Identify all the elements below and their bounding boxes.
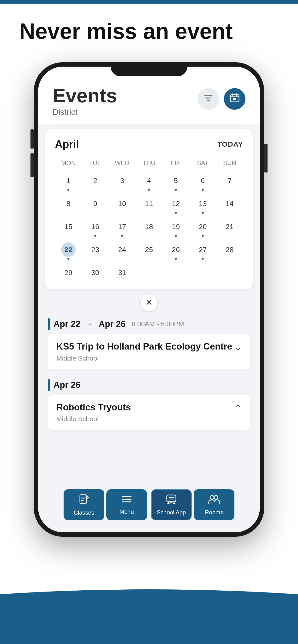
schoolapp-icon	[166, 494, 177, 507]
screen-content: Events District	[38, 66, 260, 532]
calendar-day-16[interactable]: 16	[82, 217, 109, 239]
svg-rect-7	[233, 98, 236, 100]
event-school-2: Middle School	[56, 415, 131, 423]
nav-group-right: School App Rooms	[151, 489, 234, 520]
calendar-day-1[interactable]: 1	[55, 171, 82, 193]
calendar-week-5: 29 30 31	[55, 263, 243, 282]
day-header-tue: TUE	[82, 158, 109, 169]
nav-schoolapp-button[interactable]: School App	[151, 489, 192, 520]
calendar-day-12[interactable]: 12	[163, 194, 189, 216]
event-date-row-2: Apr 26	[48, 379, 250, 391]
event-date-row-1: Apr 22 → Apr 26 8:00AM - 5:00PM	[48, 318, 250, 330]
event-card-content-2: Robotics Tryouts Middle School	[56, 402, 131, 423]
calendar-week-3: 15 16 17 18 19 20 21	[55, 217, 243, 239]
calendar-day-13[interactable]: 13	[189, 194, 216, 216]
calendar-day-2[interactable]: 2	[82, 171, 109, 193]
event-date-arrow-1: →	[86, 320, 93, 328]
calendar-today-button[interactable]: TODAY	[217, 140, 243, 148]
day-header-fri: FRI	[163, 158, 189, 169]
header-buttons	[198, 88, 245, 110]
calendar-day-21[interactable]: 21	[216, 217, 243, 239]
calendar-day-empty-1	[135, 263, 163, 282]
bottom-navigation: Classes Menu	[38, 489, 260, 532]
calendar-day-23[interactable]: 23	[82, 240, 109, 262]
event-name-2: Robotics Tryouts	[56, 402, 131, 413]
bottom-wave-decoration	[0, 553, 298, 644]
svg-point-19	[210, 496, 214, 499]
nav-menu-button[interactable]: Menu	[106, 489, 147, 520]
calendar-day-10[interactable]: 10	[109, 194, 135, 216]
classes-icon	[78, 494, 89, 507]
event-expand-chevron-1[interactable]: ⌄	[234, 342, 242, 352]
event-time-1: 8:00AM - 5:00PM	[132, 320, 184, 328]
calendar-grid: MON TUE WED THU FRI SAT SUN 1	[55, 158, 243, 282]
calendar-day-28[interactable]: 28	[216, 240, 243, 262]
calendar-day-26[interactable]: 26	[163, 240, 189, 262]
power-button	[264, 144, 267, 172]
calendar-day-19[interactable]: 19	[163, 217, 189, 239]
event-card-1[interactable]: KS5 Trip to Holland Park Ecology Centre …	[48, 334, 250, 370]
calendar-day-14[interactable]: 14	[216, 194, 243, 216]
calendar-week-1: 1 2 3 4 5 6 7	[55, 171, 243, 193]
calendar-day-20[interactable]: 20	[189, 217, 216, 239]
calendar-day-8[interactable]: 8	[55, 194, 82, 216]
calendar-header: April TODAY	[55, 138, 243, 150]
nav-classes-button[interactable]: Classes	[64, 489, 104, 520]
calendar-view-button[interactable]	[224, 88, 245, 110]
day-header-sat: SAT	[189, 158, 216, 169]
svg-point-20	[214, 496, 218, 499]
events-title: Events	[53, 86, 117, 106]
calendar-day-22[interactable]: 22	[55, 240, 82, 262]
classes-label: Classes	[74, 509, 94, 516]
event-date-bar-2	[48, 379, 50, 391]
calendar-week-4: 22 23 24 25 26 27 28	[55, 240, 243, 262]
event-name-1: KS5 Trip to Holland Park Ecology Centre	[56, 341, 232, 352]
event-date-start-2: Apr 26	[54, 380, 80, 390]
event-item-2: Apr 26 Robotics Tryouts Middle School ⌃	[48, 379, 250, 430]
calendar-day-6[interactable]: 6	[189, 171, 216, 193]
schoolapp-label: School App	[157, 509, 186, 516]
calendar-day-31[interactable]: 31	[109, 263, 135, 282]
calendar-icon	[229, 93, 240, 106]
calendar-day-empty-4	[216, 263, 243, 282]
calendar-day-4[interactable]: 4	[135, 171, 163, 193]
calendar-day-29[interactable]: 29	[55, 263, 82, 282]
rooms-icon	[208, 494, 220, 507]
day-header-mon: MON	[55, 158, 82, 169]
day-header-thu: THU	[135, 158, 163, 169]
event-date-start-1: Apr 22	[54, 319, 80, 329]
top-status-bar	[0, 0, 298, 4]
calendar-day-30[interactable]: 30	[82, 263, 109, 282]
day-header-wed: WED	[109, 158, 135, 169]
filter-button[interactable]	[198, 88, 219, 110]
event-item-1: Apr 22 → Apr 26 8:00AM - 5:00PM KS5 Trip…	[48, 318, 250, 370]
calendar-day-9[interactable]: 9	[82, 194, 109, 216]
calendar-day-empty-3	[189, 263, 216, 282]
calendar-day-27[interactable]: 27	[189, 240, 216, 262]
svg-rect-15	[167, 495, 176, 502]
event-card-content-1: KS5 Trip to Holland Park Ecology Centre …	[56, 341, 232, 362]
calendar-day-7[interactable]: 7	[216, 171, 243, 193]
nav-rooms-button[interactable]: Rooms	[194, 489, 234, 520]
calendar-day-3[interactable]: 3	[109, 171, 135, 193]
calendar-week-2: 8 9 10 11 12 13 14	[55, 194, 243, 216]
volume-up-button	[31, 130, 34, 148]
calendar-day-11[interactable]: 11	[135, 194, 163, 216]
calendar-day-15[interactable]: 15	[55, 217, 82, 239]
calendar-day-5[interactable]: 5	[163, 171, 189, 193]
calendar-close-button[interactable]: ✕	[140, 294, 158, 311]
rooms-label: Rooms	[205, 509, 223, 516]
calendar-card: April TODAY MON TUE WED THU FRI SAT SUN	[45, 129, 253, 290]
phone-notch	[111, 62, 187, 76]
event-collapse-chevron-2[interactable]: ⌃	[234, 403, 242, 413]
calendar-day-17[interactable]: 17	[109, 217, 135, 239]
event-date-bar-1	[48, 318, 50, 330]
page-heading: Never miss an event	[19, 19, 233, 43]
calendar-day-24[interactable]: 24	[109, 240, 135, 262]
calendar-day-18[interactable]: 18	[135, 217, 163, 239]
calendar-day-25[interactable]: 25	[135, 240, 163, 262]
filter-icon	[203, 94, 213, 104]
phone-frame: Events District	[34, 62, 264, 537]
event-card-2[interactable]: Robotics Tryouts Middle School ⌃	[48, 395, 250, 430]
calendar-close-area: ✕	[38, 294, 260, 311]
